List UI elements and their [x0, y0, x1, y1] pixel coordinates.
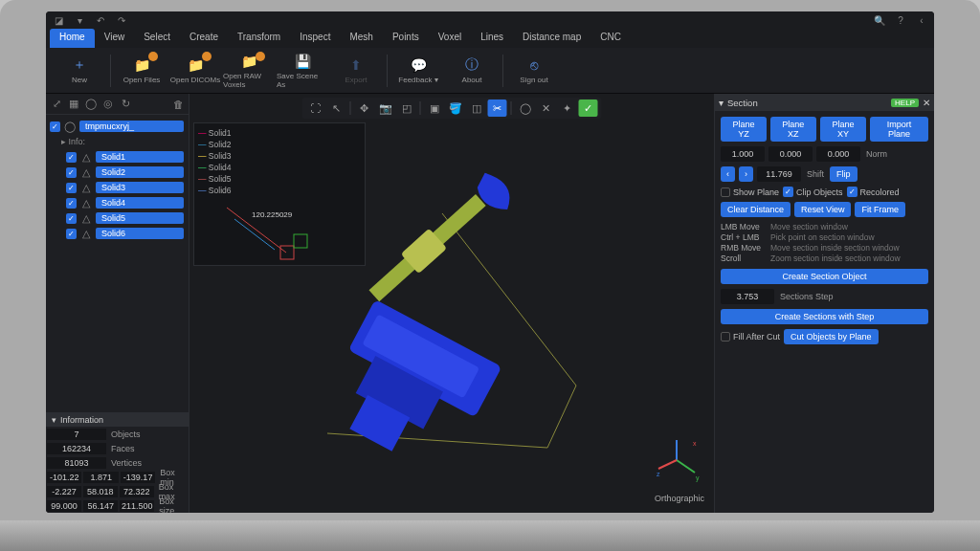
chat-icon: 💬 [409, 56, 428, 74]
about-button[interactable]: ⓘAbout [446, 50, 498, 92]
cut-by-plane-button[interactable]: Cut Objects by Plane [784, 329, 879, 344]
create-sections-step-button[interactable]: Create Sections with Step [721, 309, 928, 324]
normal-y-input[interactable]: 0.000 [768, 146, 813, 162]
circle-icon[interactable]: ◯ [84, 98, 98, 111]
trash-icon[interactable]: 🗑 [171, 98, 185, 111]
show-plane-checkbox[interactable]: Show Plane [721, 187, 779, 197]
menu-bar: Home View Select Create Transform Inspec… [46, 29, 934, 48]
open-raw-voxels-button[interactable]: 📁Open RAW Voxels [223, 50, 275, 92]
tree-root[interactable]: ✓ ◯ tmpmucxryj_ [48, 119, 187, 134]
menu-transform[interactable]: Transform [228, 29, 290, 48]
checkbox-icon[interactable]: ✓ [66, 229, 77, 239]
information-header[interactable]: ▾ Information [46, 413, 189, 427]
normal-x-input[interactable]: 1.000 [721, 146, 765, 162]
fit-icon[interactable]: ⛶ [306, 99, 325, 117]
confirm-icon[interactable]: ✓ [579, 99, 598, 117]
open-dicoms-button[interactable]: 📁Open DICOMs [169, 50, 221, 92]
menu-create[interactable]: Create [180, 29, 228, 48]
menu-inspect[interactable]: Inspect [290, 29, 340, 48]
offset-input[interactable]: 11.769 [757, 166, 801, 182]
plane-xy-button[interactable]: Plane XY [820, 117, 866, 142]
close-icon[interactable]: ✕ [537, 99, 556, 117]
checkbox-icon[interactable]: ✓ [66, 152, 77, 163]
dropdown-icon[interactable]: ▾ [73, 13, 86, 27]
tree-item[interactable]: ✓△Solid4 [48, 195, 187, 210]
export-button: ⬆Export [330, 50, 382, 92]
fill-icon[interactable]: 🪣 [446, 99, 465, 117]
tree-item[interactable]: ✓△Solid2 [48, 165, 187, 180]
new-button[interactable]: ＋New [54, 50, 105, 92]
prev-button[interactable]: ‹ [721, 166, 735, 182]
checkbox-icon[interactable]: ✓ [50, 121, 60, 132]
reset-view-button[interactable]: Reset View [794, 202, 851, 217]
projection-label: Orthographic [655, 494, 704, 503]
checkbox-icon[interactable]: ✓ [66, 213, 77, 224]
svg-text:120.225029: 120.225029 [252, 210, 293, 219]
menu-cnc[interactable]: CNC [590, 29, 631, 48]
checkbox-icon[interactable]: ✓ [66, 183, 77, 193]
checkbox-icon[interactable]: ✓ [66, 198, 77, 209]
tree-item[interactable]: ✓△Solid3 [48, 180, 187, 195]
undo-icon[interactable]: ↶ [94, 13, 107, 27]
collapse-icon[interactable]: ‹ [915, 13, 928, 27]
menu-select[interactable]: Select [134, 29, 180, 48]
feedback-button[interactable]: 💬Feedback ▾ [392, 50, 444, 92]
clear-distance-button[interactable]: Clear Distance [721, 202, 791, 217]
camera-icon[interactable]: 📷 [376, 99, 395, 117]
plane-yz-button[interactable]: Plane YZ [721, 117, 767, 142]
grid-icon[interactable]: ▦ [67, 98, 80, 111]
save-scene-button[interactable]: 💾Save Scene As [277, 50, 328, 92]
flip-button[interactable]: Flip [830, 166, 858, 182]
title-bar: ◪ ▾ ↶ ↷ 🔍 ? ‹ [46, 11, 934, 29]
menu-distance-map[interactable]: Distance map [513, 29, 590, 48]
section-tool-icon[interactable]: ✂ [488, 99, 507, 117]
expand-icon[interactable]: ⤢ [50, 98, 63, 111]
information-panel: ▾ Information 7Objects 162234Faces 81093… [46, 412, 189, 513]
export-icon: ⬆ [346, 56, 366, 74]
lasso-icon[interactable]: ◯ [516, 99, 535, 117]
checkbox-icon[interactable]: ✓ [66, 167, 77, 178]
tree-item[interactable]: ✓△Solid6 [48, 226, 187, 241]
left-panel: ⤢ ▦ ◯ ◎ ↻ 🗑 ✓ ◯ tmpmucxryj_ ▸ Info: ✓△So… [46, 94, 189, 513]
region-icon[interactable]: ▣ [425, 99, 444, 117]
open-files-button[interactable]: 📁Open Files [116, 50, 167, 92]
menu-lines[interactable]: Lines [471, 29, 513, 48]
wand-icon[interactable]: ✦ [558, 99, 577, 117]
viewport[interactable]: ⛶ ↖ ✥ 📷 ◰ ▣ 🪣 ◫ ✂ ◯ ✕ ✦ ✓ — Solid1— Soli… [189, 94, 714, 513]
plane-xz-button[interactable]: Plane XZ [770, 117, 816, 142]
search-icon[interactable]: 🔍 [873, 13, 886, 27]
menu-mesh[interactable]: Mesh [340, 29, 382, 48]
svg-line-3 [234, 219, 275, 250]
normal-z-input[interactable]: 0.000 [816, 146, 860, 162]
fill-after-cut-checkbox[interactable]: Fill After Cut [721, 329, 780, 344]
help-badge[interactable]: HELP [891, 99, 919, 107]
tree-item[interactable]: ✓△Solid1 [48, 149, 187, 165]
tree-item[interactable]: ✓△Solid5 [48, 210, 187, 226]
svg-text:x: x [693, 440, 697, 447]
import-plane-button[interactable]: Import Plane [870, 117, 928, 142]
menu-home[interactable]: Home [50, 29, 95, 48]
pointer-icon[interactable]: ↖ [327, 99, 346, 117]
clock-icon[interactable]: ↻ [119, 98, 132, 111]
frame-icon[interactable]: ◰ [397, 99, 416, 117]
target-icon[interactable]: ◯ [63, 120, 77, 133]
menu-voxel[interactable]: Voxel [429, 29, 471, 48]
next-button[interactable]: › [739, 166, 753, 182]
box-icon[interactable]: ◫ [467, 99, 486, 117]
fit-frame-button[interactable]: Fit Frame [855, 202, 905, 217]
mesh-icon: △ [79, 150, 93, 164]
axes-gizmo[interactable]: x y z [653, 436, 701, 484]
help-icon[interactable]: ? [894, 13, 907, 27]
clip-objects-checkbox[interactable]: ✓Clip Objects [783, 187, 843, 197]
sign-out-button[interactable]: ⎋Sign out [508, 50, 560, 92]
move-icon[interactable]: ✥ [355, 99, 374, 117]
menu-points[interactable]: Points [383, 29, 429, 48]
sections-step-input[interactable]: 3.753 [721, 289, 774, 304]
close-icon[interactable]: ✕ [923, 98, 930, 108]
create-section-object-button[interactable]: Create Section Object [721, 269, 928, 284]
svg-rect-1 [280, 246, 294, 259]
menu-view[interactable]: View [95, 29, 135, 48]
target-icon[interactable]: ◎ [101, 98, 115, 111]
recolored-checkbox[interactable]: ✓Recolored [847, 187, 900, 197]
redo-icon[interactable]: ↷ [115, 13, 128, 27]
